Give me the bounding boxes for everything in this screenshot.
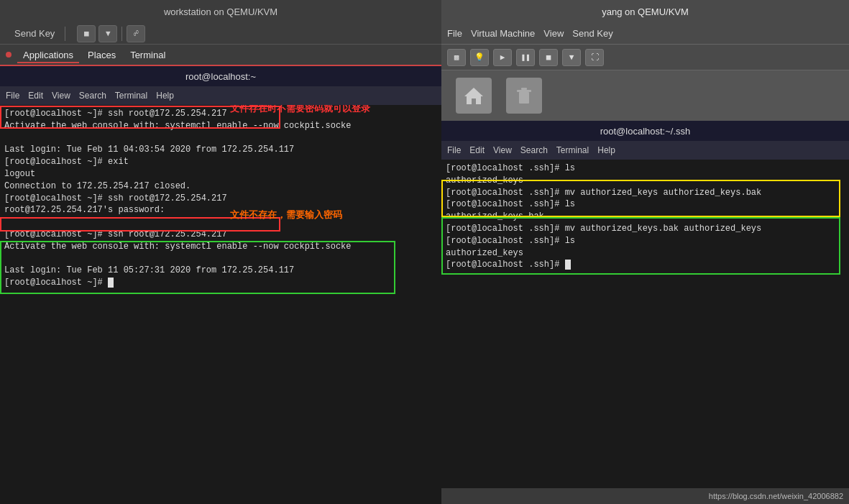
right-status-bar: https://blog.csdn.net/weixin_42006882 [441, 488, 849, 504]
svg-rect-2 [517, 90, 531, 92]
rtb-bulb[interactable]: 💡 [470, 49, 489, 66]
rt-line-2: [root@localhost .ssh]# mv authorized_key… [446, 187, 845, 199]
left-menubar[interactable]: Send Key ■ ▼ ☍ [0, 23, 441, 45]
tmenu-file[interactable]: File [6, 91, 19, 101]
terminal-line-5: logout [4, 168, 437, 180]
left-terminal-titlebar: root@localhost:~ [0, 66, 441, 86]
toolbar-sep [65, 27, 65, 41]
preview-trash-icon [506, 78, 542, 114]
right-menubar[interactable]: File Virtual Machine View Send Key [441, 23, 849, 45]
rt-line-8: [root@localhost .ssh]# [446, 259, 845, 271]
right-titlebar: yang on QEMU/KVM [441, 0, 849, 23]
terminal-line-6: Connection to 172.25.254.217 closed. [4, 180, 437, 193]
left-window: workstation on QEMU/KVM Send Key ■ ▼ ☍ A… [0, 0, 441, 504]
rmenu-file[interactable]: File [447, 28, 462, 39]
terminal-line-2 [4, 132, 437, 145]
rtb-dropdown[interactable]: ▼ [562, 49, 581, 66]
right-toolbar: ▩ 💡 ▶ ❚❚ ■ ▼ ⛶ [441, 45, 849, 70]
terminal-line-7: [root@localhost ~]# ssh root@172.25.254.… [4, 193, 437, 205]
terminal-line-12 [4, 253, 437, 265]
rt-line-1: authorized_keys [446, 175, 845, 187]
terminal-line-1: Activate the web console with: systemctl… [4, 120, 437, 132]
appbar-applications[interactable]: Applications [17, 48, 79, 63]
appbar-places[interactable]: Places [82, 48, 121, 62]
terminal-line-4: [root@localhost ~]# exit [4, 156, 437, 168]
rtmenu-help[interactable]: Help [597, 145, 615, 155]
left-terminal-window: root@localhost:~ File Edit View Search T… [0, 66, 441, 504]
rtmenu-search[interactable]: Search [520, 145, 548, 155]
toolbar-display-btn[interactable]: ■ [77, 25, 96, 42]
right-terminal-titlebar: root@localhost:~/.ssh [441, 121, 849, 141]
terminal-line-0: [root@localhost ~]# ssh root@172.25.254.… [4, 108, 437, 120]
left-menu-sendkey[interactable]: Send Key [14, 28, 55, 39]
rtb-display[interactable]: ▩ [447, 49, 466, 66]
right-terminal-menubar[interactable]: File Edit View Search Terminal Help [441, 141, 849, 160]
left-terminal-body[interactable]: 文件存在时不需要密码就可以登录 文件不存在，需要输入密码 [root@local… [0, 105, 441, 504]
right-terminal-body[interactable]: [root@localhost .ssh]# ls authorized_key… [441, 160, 849, 488]
rt-line-5: [root@localhost .ssh]# mv authorized_key… [446, 223, 845, 235]
toolbar-sendkey-btn[interactable]: ☍ [127, 25, 145, 42]
rmenu-sendkey[interactable]: Send Key [572, 28, 612, 39]
left-titlebar: workstation on QEMU/KVM [0, 0, 441, 23]
rtmenu-file[interactable]: File [447, 145, 461, 155]
rt-line-7: authorized_keys [446, 247, 845, 260]
appbar-terminal[interactable]: Terminal [124, 48, 171, 62]
rtb-fullscreen[interactable]: ⛶ [585, 49, 604, 66]
right-cursor [565, 260, 571, 270]
terminal-line-9 [4, 216, 437, 229]
cursor [108, 278, 114, 288]
rmenu-view[interactable]: View [543, 28, 564, 39]
tmenu-terminal[interactable]: Terminal [115, 91, 147, 101]
svg-marker-0 [464, 88, 483, 104]
rtb-pause[interactable]: ❚❚ [516, 49, 535, 66]
annotation-text-1: 文件存在时不需要密码就可以登录 [230, 105, 370, 115]
tmenu-help[interactable]: Help [156, 91, 174, 101]
tb-sep2 [121, 27, 122, 41]
svg-rect-1 [519, 92, 529, 104]
rtb-play[interactable]: ▶ [493, 49, 512, 66]
app-indicator [6, 52, 12, 58]
rt-line-4: authorized_keys.bak [446, 211, 845, 223]
terminal-line-8: root@172.25.254.217's password: [4, 204, 437, 216]
terminal-line-3: Last login: Tue Feb 11 04:03:54 2020 fro… [4, 144, 437, 156]
terminal-line-10: [root@localhost ~]# ssh root@172.25.254.… [4, 229, 437, 241]
right-window: yang on QEMU/KVM File Virtual Machine Vi… [441, 0, 849, 504]
rtb-stop[interactable]: ■ [539, 49, 558, 66]
rtmenu-view[interactable]: View [493, 145, 512, 155]
rmenu-vm[interactable]: Virtual Machine [471, 28, 535, 39]
rt-line-0: [root@localhost .ssh]# ls [446, 162, 845, 175]
tmenu-search[interactable]: Search [79, 91, 106, 101]
preview-home-icon [456, 78, 492, 114]
right-terminal-section: root@localhost:~/.ssh File Edit View Sea… [441, 121, 849, 488]
right-preview [441, 70, 849, 121]
terminal-line-13: Last login: Tue Feb 11 05:27:31 2020 fro… [4, 265, 437, 277]
svg-rect-3 [521, 88, 527, 90]
rt-line-3: [root@localhost .ssh]# ls [446, 198, 845, 211]
rtmenu-edit[interactable]: Edit [469, 145, 485, 155]
tmenu-view[interactable]: View [52, 91, 70, 101]
terminal-line-14: [root@localhost ~]# [4, 277, 437, 289]
app-bar: Applications Places Terminal [0, 45, 441, 66]
annotation-text-2: 文件不存在，需要输入密码 [230, 209, 342, 221]
rt-line-6: [root@localhost .ssh]# ls [446, 235, 845, 247]
tmenu-edit[interactable]: Edit [28, 91, 43, 101]
left-terminal-menubar[interactable]: File Edit View Search Terminal Help [0, 86, 441, 105]
terminal-line-11: Activate the web console with: systemctl… [4, 241, 437, 253]
toolbar-dropdown-btn[interactable]: ▼ [98, 25, 117, 42]
rtmenu-terminal[interactable]: Terminal [556, 145, 589, 155]
